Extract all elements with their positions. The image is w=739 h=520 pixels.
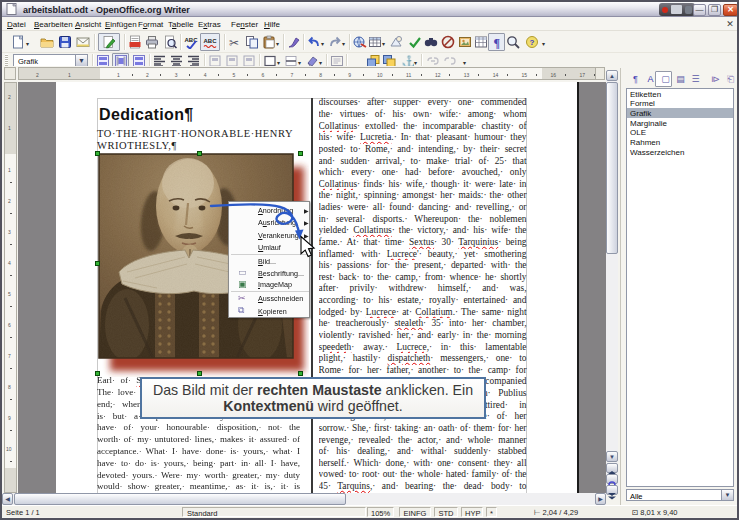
svg-text:✂: ✂: [229, 36, 239, 49]
svg-text:ABC: ABC: [204, 38, 218, 44]
svg-text:¶: ¶: [494, 36, 500, 50]
svg-text:?: ?: [530, 38, 535, 47]
